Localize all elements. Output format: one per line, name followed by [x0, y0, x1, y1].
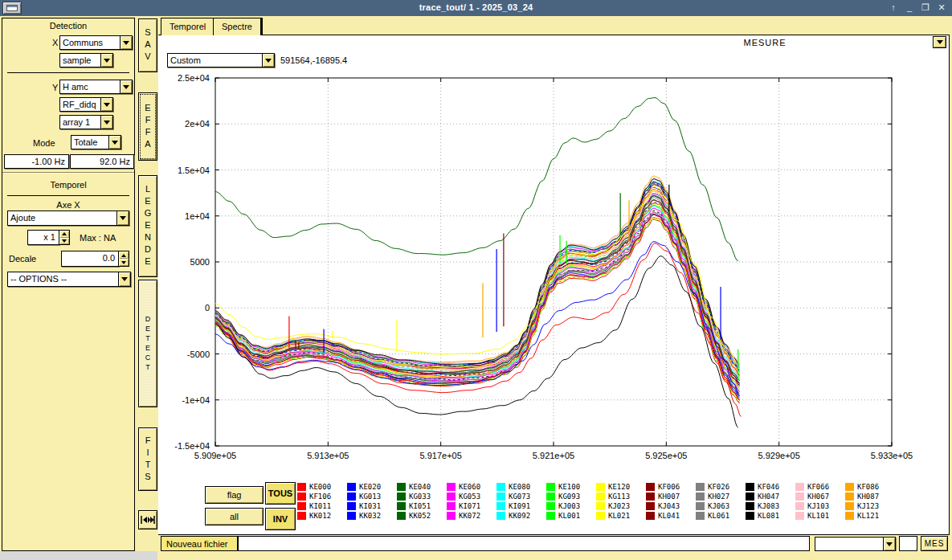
freq-min-field[interactable]: -1.00 Hz: [4, 154, 69, 169]
fast-forward-button[interactable]: [138, 510, 157, 529]
y-signal-combobox[interactable]: RF_didq: [59, 97, 113, 112]
tous-button[interactable]: TOUS: [265, 482, 296, 505]
legend-item[interactable]: KL041: [646, 511, 696, 521]
close-button[interactable]: ✕: [936, 2, 947, 13]
tab-temporel[interactable]: Temporel: [161, 18, 216, 35]
legend-item[interactable]: KJ003: [546, 501, 596, 511]
legend-item[interactable]: KH067: [795, 492, 845, 501]
legend-item[interactable]: KH007: [646, 492, 696, 501]
chevron-down-icon[interactable]: [120, 80, 132, 93]
legend-item[interactable]: KF046: [746, 482, 795, 492]
legend-item[interactable]: KG033: [397, 492, 447, 501]
chevron-down-icon[interactable]: [100, 54, 112, 67]
decale-field[interactable]: 0.0: [61, 251, 119, 267]
legend-item[interactable]: KL081: [746, 511, 795, 521]
vertical-tab-effa[interactable]: EFFA: [138, 92, 157, 161]
x-sample-combobox[interactable]: sample: [59, 53, 113, 67]
legend-item[interactable]: KF086: [845, 482, 895, 492]
vertical-tab-detect[interactable]: DETECT: [138, 280, 157, 407]
legend-item[interactable]: KI031: [347, 501, 397, 511]
legend-item[interactable]: KJ023: [596, 501, 646, 511]
rollup-button[interactable]: ↑: [888, 2, 899, 13]
legend-item[interactable]: KF006: [646, 482, 696, 492]
axe-x-combobox[interactable]: Ajoute: [7, 211, 129, 226]
vertical-tab-fits[interactable]: FITS: [138, 427, 157, 491]
legend-item[interactable]: KJ103: [795, 501, 845, 511]
chevron-down-icon[interactable]: [262, 54, 274, 67]
legend-item[interactable]: KG113: [596, 492, 646, 501]
minimize-button[interactable]: _: [904, 2, 915, 13]
legend-item[interactable]: KI091: [496, 501, 546, 511]
legend-item[interactable]: KL001: [546, 511, 596, 521]
chevron-down-icon[interactable]: [883, 538, 895, 550]
legend-item[interactable]: KI051: [397, 501, 447, 511]
inv-button[interactable]: INV: [265, 508, 296, 530]
legend-item[interactable]: KE040: [397, 482, 447, 492]
legend-item[interactable]: KJ063: [696, 501, 746, 511]
chevron-down-icon[interactable]: [120, 36, 132, 49]
legend-item[interactable]: KL121: [845, 511, 895, 521]
vertical-tab-legende[interactable]: LEGENDE: [138, 175, 157, 277]
legend-item[interactable]: KK052: [397, 511, 447, 521]
y-array-combobox[interactable]: array 1: [59, 115, 113, 129]
tab-spectre[interactable]: Spectre: [213, 18, 263, 35]
legend-item[interactable]: KE060: [447, 482, 496, 492]
legend-item[interactable]: KI071: [447, 501, 496, 511]
legend-item[interactable]: KL021: [596, 511, 646, 521]
options-combobox[interactable]: -- OPTIONS --: [7, 272, 131, 287]
vertical-tab-sav[interactable]: SAV: [138, 18, 157, 72]
decale-stepper[interactable]: [119, 251, 129, 267]
file-name-input[interactable]: [238, 536, 810, 551]
legend-item[interactable]: KK072: [447, 511, 496, 521]
chevron-down-icon[interactable]: [100, 116, 112, 129]
legend-item[interactable]: KG053: [447, 492, 496, 501]
measure-combobox-arrow[interactable]: [933, 36, 946, 48]
legend-item[interactable]: KE000: [297, 482, 347, 492]
legend-item[interactable]: KJ123: [845, 501, 895, 511]
legend-item[interactable]: KF066: [795, 482, 845, 492]
legend-item[interactable]: KJ043: [646, 501, 696, 511]
scale-field[interactable]: x 1: [27, 230, 59, 245]
mes-button[interactable]: MES: [921, 536, 948, 551]
legend-item[interactable]: KE080: [496, 482, 546, 492]
spin-up-icon[interactable]: [119, 251, 129, 259]
all-button[interactable]: all: [205, 508, 264, 525]
range-combobox[interactable]: Custom: [167, 53, 275, 67]
legend-swatch: [696, 502, 705, 510]
spin-up-icon[interactable]: [59, 231, 69, 238]
freq-max-field[interactable]: 92.0 Hz: [70, 154, 134, 169]
legend-item[interactable]: KH047: [746, 492, 795, 501]
spin-down-icon[interactable]: [119, 259, 129, 266]
legend-item[interactable]: KH027: [696, 492, 746, 501]
flag-button[interactable]: flag: [205, 486, 264, 504]
legend-item[interactable]: KL101: [795, 511, 845, 521]
legend-item[interactable]: KE120: [596, 482, 646, 492]
file-combobox[interactable]: [815, 537, 896, 551]
legend-item[interactable]: KI011: [297, 501, 347, 511]
legend-item[interactable]: KG073: [496, 492, 546, 501]
legend-item[interactable]: KG013: [347, 492, 397, 501]
legend-item[interactable]: KG093: [546, 492, 596, 501]
legend-item[interactable]: KL061: [696, 511, 746, 521]
legend-item[interactable]: KF106: [297, 492, 347, 501]
legend-item[interactable]: KK012: [297, 511, 347, 521]
legend-item[interactable]: KE100: [546, 482, 596, 492]
legend-item[interactable]: KK092: [496, 511, 546, 521]
chevron-down-icon[interactable]: [100, 98, 112, 111]
spin-down-icon[interactable]: [59, 238, 69, 245]
scale-stepper[interactable]: [59, 230, 70, 245]
legend-item[interactable]: KF026: [696, 482, 746, 492]
legend-item[interactable]: KE020: [347, 482, 397, 492]
chevron-down-icon[interactable]: [116, 211, 129, 225]
legend-grid: KE000KF106KI011KK012KE020KG013KI031KK032…: [297, 482, 916, 522]
plot-canvas[interactable]: 2.5e+042e+041.5e+041e+0450000-5000-1e+04…: [158, 35, 950, 517]
chevron-down-icon[interactable]: [108, 136, 121, 149]
maximize-button[interactable]: ❐: [920, 2, 931, 13]
chevron-down-icon[interactable]: [118, 272, 130, 286]
y-source-combobox[interactable]: H amc: [59, 80, 133, 94]
x-source-combobox[interactable]: Communs: [59, 35, 133, 50]
legend-item[interactable]: KH087: [845, 492, 895, 501]
mode-combobox[interactable]: Totale: [71, 135, 121, 149]
legend-item[interactable]: KJ083: [746, 501, 795, 511]
legend-item[interactable]: KK032: [347, 511, 397, 521]
